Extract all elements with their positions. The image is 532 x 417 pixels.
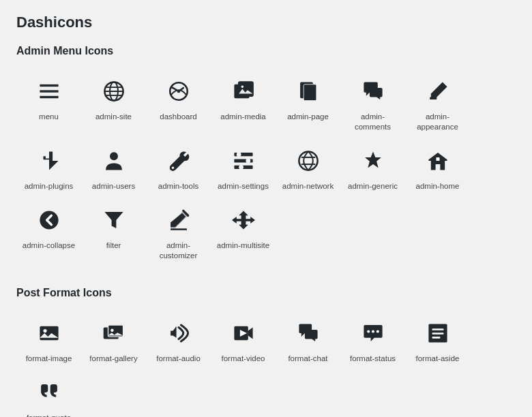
- svg-rect-16: [430, 97, 437, 99]
- svg-point-35: [367, 330, 370, 333]
- post-format-grid: format-image format-gallery: [16, 310, 516, 417]
- admin-appearance-label: admin-appearance: [409, 112, 466, 132]
- icon-admin-network: admin-network: [276, 138, 340, 197]
- icon-format-chat: format-chat: [276, 310, 340, 369]
- admin-users-label: admin-users: [92, 181, 135, 191]
- admin-users-icon: [99, 146, 129, 176]
- admin-menu-grid: menu admin-site dashboard: [16, 68, 516, 266]
- admin-network-icon: [293, 146, 323, 176]
- svg-point-37: [376, 330, 379, 333]
- svg-rect-0: [40, 84, 58, 87]
- format-quote-label: format-quote: [27, 413, 71, 417]
- svg-point-24: [239, 165, 243, 170]
- icon-filter: filter: [81, 197, 146, 266]
- format-image-icon: [34, 318, 64, 348]
- svg-point-13: [241, 86, 243, 88]
- svg-rect-39: [432, 328, 443, 330]
- icon-format-status: format-status: [340, 310, 405, 369]
- format-audio-icon: [164, 318, 194, 348]
- admin-plugins-label: admin-plugins: [25, 181, 74, 191]
- icon-admin-comments: admin-comments: [340, 68, 405, 138]
- svg-point-36: [371, 330, 374, 333]
- admin-multisite-icon: [228, 205, 258, 235]
- admin-customizer-label: admin-customizer: [150, 241, 207, 261]
- admin-tools-icon: [164, 146, 194, 176]
- format-chat-icon: [293, 318, 323, 348]
- format-gallery-label: format-gallery: [89, 354, 137, 364]
- admin-settings-label: admin-settings: [218, 181, 269, 191]
- svg-rect-15: [304, 84, 316, 101]
- admin-site-label: admin-site: [95, 112, 132, 122]
- admin-generic-icon: [358, 146, 388, 176]
- icon-format-audio: format-audio: [146, 310, 211, 369]
- admin-appearance-icon: [423, 76, 453, 106]
- icon-admin-media: admin-media: [211, 68, 276, 138]
- icon-admin-multisite: admin-multisite: [211, 197, 276, 266]
- admin-menu-heading: Admin Menu Icons: [16, 45, 516, 57]
- svg-rect-2: [40, 96, 58, 98]
- format-video-icon: [228, 318, 258, 348]
- admin-home-icon: [423, 146, 453, 176]
- menu-icon: [34, 76, 64, 106]
- icon-admin-appearance: admin-appearance: [405, 68, 470, 138]
- icon-admin-home: admin-home: [405, 138, 470, 197]
- format-audio-label: format-audio: [156, 354, 201, 364]
- svg-point-27: [40, 211, 58, 229]
- format-status-label: format-status: [350, 354, 396, 364]
- admin-comments-icon: [358, 76, 388, 106]
- admin-collapse-label: admin-collapse: [23, 241, 75, 251]
- format-gallery-icon: [99, 318, 129, 348]
- admin-settings-icon: [228, 146, 258, 176]
- svg-rect-41: [432, 337, 440, 339]
- post-format-section: Post Format Icons format-image: [16, 287, 516, 417]
- icon-format-image: format-image: [16, 310, 81, 369]
- admin-network-label: admin-network: [282, 181, 334, 191]
- format-aside-icon: [423, 318, 453, 348]
- admin-media-label: admin-media: [220, 112, 265, 122]
- admin-site-icon: [99, 76, 129, 106]
- icon-admin-site: admin-site: [81, 68, 146, 138]
- svg-point-23: [246, 158, 250, 163]
- dashboard-label: dashboard: [160, 112, 196, 122]
- icon-admin-collapse: admin-collapse: [16, 197, 81, 266]
- admin-page-icon: [293, 76, 323, 106]
- admin-plugins-icon: [34, 146, 64, 176]
- icon-admin-plugins: admin-plugins: [16, 138, 81, 197]
- format-status-icon: [358, 318, 388, 348]
- dashboard-icon: [164, 76, 194, 106]
- icon-admin-users: admin-users: [81, 138, 146, 197]
- admin-collapse-icon: [34, 205, 64, 235]
- admin-comments-label: admin-comments: [344, 112, 401, 132]
- icon-admin-customizer: admin-customizer: [146, 197, 211, 266]
- post-format-heading: Post Format Icons: [16, 287, 516, 299]
- admin-menu-section: Admin Menu Icons menu admin-site dashboa…: [16, 45, 516, 266]
- icon-menu: menu: [16, 68, 81, 138]
- filter-label: filter: [106, 241, 121, 251]
- svg-point-22: [236, 152, 241, 157]
- page-title: Dashicons: [16, 14, 516, 31]
- icon-format-aside: format-aside: [405, 310, 470, 369]
- format-image-label: format-image: [26, 354, 72, 364]
- svg-rect-12: [239, 82, 252, 95]
- filter-icon: [99, 205, 129, 235]
- icon-admin-page: admin-page: [276, 68, 340, 138]
- icon-admin-generic: admin-generic: [340, 138, 405, 197]
- admin-tools-label: admin-tools: [158, 181, 198, 191]
- admin-customizer-icon: [164, 205, 194, 235]
- svg-rect-1: [40, 90, 58, 92]
- svg-rect-29: [40, 326, 58, 339]
- admin-multisite-label: admin-multisite: [217, 241, 269, 251]
- icon-admin-settings: admin-settings: [211, 138, 276, 197]
- admin-media-icon: [228, 76, 258, 106]
- icon-admin-tools: admin-tools: [146, 138, 211, 197]
- format-video-label: format-video: [222, 354, 265, 364]
- menu-label: menu: [39, 112, 59, 122]
- svg-point-30: [43, 329, 46, 333]
- format-chat-label: format-chat: [288, 354, 327, 364]
- admin-generic-label: admin-generic: [348, 181, 398, 191]
- icon-format-quote: format-quote: [16, 369, 81, 417]
- svg-rect-40: [432, 333, 443, 335]
- icon-format-gallery: format-gallery: [81, 310, 146, 369]
- format-quote-icon: [34, 377, 64, 407]
- svg-point-33: [110, 328, 113, 331]
